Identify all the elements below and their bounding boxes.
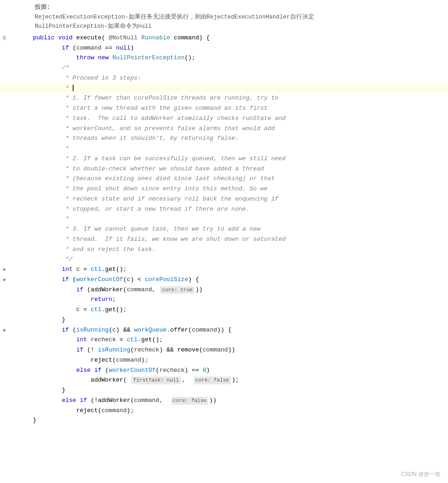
code-line-37: else if (!addWorker(command, core: false… xyxy=(0,395,448,406)
gutter-28 xyxy=(0,305,30,315)
code-line-12: * xyxy=(0,144,448,154)
code-content-25: if (workerCountOf(c) < corePoolSize) { xyxy=(30,275,448,285)
gutter-3 xyxy=(0,53,30,63)
watermark: CSDN @舒一笑 xyxy=(401,470,441,478)
gutter-39 xyxy=(0,415,30,426)
bookmark-icon-25: ◆ xyxy=(3,276,6,282)
gutter-20 xyxy=(0,224,30,234)
code-content-9: * task. The call to addWorker atomically… xyxy=(30,113,448,124)
top-annotation: 投掷: RejectedExecutionException–如果任务无法接受执… xyxy=(0,0,448,33)
gutter-16 xyxy=(0,184,30,194)
code-line-15: * (because existing ones died since last… xyxy=(0,174,448,184)
code-line-29: } xyxy=(0,315,448,325)
code-line-6: * xyxy=(0,83,448,94)
page-wrapper: 投掷: RejectedExecutionException–如果任务无法接受执… xyxy=(0,0,448,483)
code-content-22: * and so reject the task. xyxy=(30,245,448,255)
code-content-35: addWorker( firstTask: null, core: false)… xyxy=(30,375,448,385)
code-line-24: ◆ int c = ctl.get(); xyxy=(0,264,448,275)
code-line-11: * threads when it shouldn't, by returnin… xyxy=(0,133,448,144)
code-line-34: else if (workerCountOf(recheck) == 0) xyxy=(0,365,448,376)
gutter-21 xyxy=(0,234,30,245)
code-line-5: * Proceed in 3 steps: xyxy=(0,73,448,83)
code-content-20: * 3. If we cannot queue task, then we tr… xyxy=(30,224,448,234)
code-content-27: return; xyxy=(30,295,448,305)
code-content-19: * xyxy=(30,214,448,224)
code-content-12: * xyxy=(30,144,448,154)
code-line-33: reject(command); xyxy=(0,355,448,365)
code-content-2: if (command == null) xyxy=(30,43,448,53)
gutter-34 xyxy=(0,365,30,376)
code-line-35: addWorker( firstTask: null, core: false)… xyxy=(0,375,448,385)
gutter-25: ◆ xyxy=(0,275,30,285)
code-line-25: ◆ if (workerCountOf(c) < corePoolSize) { xyxy=(0,275,448,285)
code-content-14: * to double-check whether we should have… xyxy=(30,164,448,174)
code-content-29: } xyxy=(30,315,448,325)
gutter-10 xyxy=(0,124,30,134)
gutter-9 xyxy=(0,113,30,124)
code-content-33: reject(command); xyxy=(30,355,448,365)
gutter-29 xyxy=(0,315,30,325)
gutter-18 xyxy=(0,204,30,214)
gutter-11 xyxy=(0,133,30,144)
code-line-36: } xyxy=(0,385,448,395)
gutter-12 xyxy=(0,144,30,154)
code-content-28: c = ctl.get(); xyxy=(30,305,448,315)
code-content-23: */ xyxy=(30,254,448,264)
code-line-17: * recheck state and if necessary roll ba… xyxy=(0,194,448,204)
code-line-31: int recheck = ctl.get(); xyxy=(0,335,448,345)
code-line-8: * start a new thread with the given comm… xyxy=(0,103,448,113)
code-line-18: * stopped, or start a new thread if ther… xyxy=(0,204,448,214)
code-line-1: @ public void execute( @NotNull Runnable… xyxy=(0,33,448,43)
annotation-label: 投掷: xyxy=(35,3,448,13)
gutter-8 xyxy=(0,103,30,113)
code-content-18: * stopped, or start a new thread if ther… xyxy=(30,204,448,214)
code-line-30: ◆ if (isRunning(c) && workQueue.offer(co… xyxy=(0,325,448,335)
code-line-38: reject(command); xyxy=(0,406,448,416)
gutter-13 xyxy=(0,154,30,164)
gutter-32 xyxy=(0,345,30,355)
gutter-27 xyxy=(0,295,30,305)
gutter-30: ◆ xyxy=(0,325,30,335)
code-line-14: * to double-check whether we should have… xyxy=(0,164,448,174)
param-hint-core-false-2: core: false xyxy=(171,397,209,405)
code-content-5: * Proceed in 3 steps: xyxy=(30,73,448,83)
param-hint-firsttask: firstTask: null xyxy=(131,376,181,384)
code-content-6: * xyxy=(30,83,448,94)
annotation-item-2: NullPointerException–如果命令为null xyxy=(35,22,448,31)
gutter-15 xyxy=(0,174,30,184)
gutter-6 xyxy=(0,83,30,94)
code-line-7: * 1. If fewer than corePoolSize threads … xyxy=(0,93,448,103)
code-content-13: * 2. If a task can be successfully queue… xyxy=(30,154,448,164)
code-content-1: public void execute( @NotNull Runnable c… xyxy=(30,33,448,43)
code-line-3: throw new NullPointerException(); xyxy=(0,53,448,63)
code-content-4: /* xyxy=(30,63,448,73)
code-line-39: } xyxy=(0,415,448,426)
code-content-7: * 1. If fewer than corePoolSize threads … xyxy=(30,93,448,103)
gutter-1: @ xyxy=(0,33,30,43)
code-line-20: * 3. If we cannot queue task, then we tr… xyxy=(0,224,448,234)
code-line-10: * workerCount, and so prevents false ala… xyxy=(0,124,448,134)
code-line-23: */ xyxy=(0,254,448,264)
code-line-9: * task. The call to addWorker atomically… xyxy=(0,113,448,124)
code-line-19: * xyxy=(0,214,448,224)
gutter-35 xyxy=(0,375,30,385)
code-content-10: * workerCount, and so prevents false ala… xyxy=(30,124,448,134)
code-line-28: c = ctl.get(); xyxy=(0,305,448,315)
gutter-36 xyxy=(0,385,30,395)
code-line-13: * 2. If a task can be successfully queue… xyxy=(0,154,448,164)
code-line-2: if (command == null) xyxy=(0,43,448,53)
code-line-16: * the pool shut down since entry into th… xyxy=(0,184,448,194)
code-content-38: reject(command); xyxy=(30,406,448,416)
code-content-8: * start a new thread with the given comm… xyxy=(30,103,448,113)
code-content-31: int recheck = ctl.get(); xyxy=(30,335,448,345)
code-content-21: * thread. If it fails, we know we are sh… xyxy=(30,234,448,245)
gutter-26 xyxy=(0,285,30,295)
code-content-30: if (isRunning(c) && workQueue.offer(comm… xyxy=(30,325,448,335)
gutter-23 xyxy=(0,254,30,264)
code-line-22: * and so reject the task. xyxy=(0,245,448,255)
code-content-39: } xyxy=(30,415,448,426)
code-content-37: else if (!addWorker(command, core: false… xyxy=(30,395,448,406)
gutter-22 xyxy=(0,245,30,255)
code-content-3: throw new NullPointerException(); xyxy=(30,53,448,63)
bookmark-icon-30: ◆ xyxy=(3,327,6,333)
